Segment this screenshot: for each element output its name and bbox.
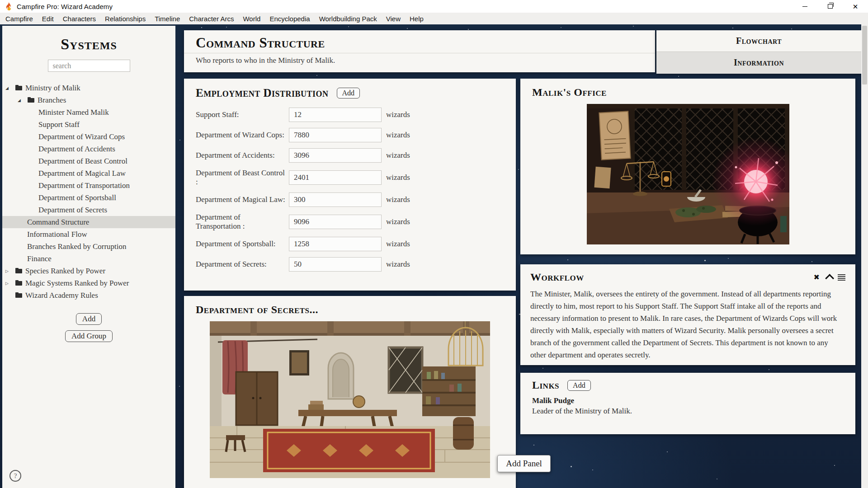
employment-unit-label: wizards — [386, 260, 410, 269]
menu-item[interactable]: Timeline — [150, 13, 184, 24]
tree-item[interactable]: ▷ Magic Systems Ranked by Power — [2, 277, 175, 289]
tree-item[interactable]: Minister Named Malik — [2, 106, 175, 118]
menu-item[interactable]: View — [382, 13, 405, 24]
panel-close-icon[interactable]: ✖ — [814, 274, 820, 281]
employment-unit-label: wizards — [386, 131, 410, 140]
employment-unit-label: wizards — [386, 173, 410, 182]
employment-unit-label: wizards — [386, 151, 410, 160]
employment-value-input[interactable] — [289, 148, 382, 163]
tree-item[interactable]: Department of Wizard Cops — [2, 131, 175, 143]
tree-item[interactable]: Informational Flow — [2, 228, 175, 240]
tree-expand-icon[interactable]: ◢ — [18, 98, 28, 103]
tree-item-label: Department of Accidents — [38, 145, 115, 154]
tree-item[interactable]: Department of Secrets — [2, 204, 175, 216]
links-items: Malik Pudge Leader of the Ministry of Ma… — [520, 395, 855, 417]
folder-icon — [15, 268, 24, 274]
employment-value-input[interactable] — [289, 215, 382, 229]
page-subtitle: Who reports to who in the Ministry of Ma… — [184, 53, 655, 68]
employment-row: Department of Transportation : wizards — [196, 213, 504, 231]
employment-row: Department of Beast Control : wizards — [196, 169, 504, 187]
add-button[interactable]: Add — [76, 313, 102, 325]
menu-item[interactable]: Relationships — [100, 13, 150, 24]
links-add-button[interactable]: Add — [567, 380, 591, 391]
tree-item-label: Command Structure — [26, 218, 89, 227]
tree-item[interactable]: Branches Ranked by Corruption — [2, 240, 175, 253]
employment-value-input[interactable] — [289, 128, 382, 142]
tree-item[interactable]: Department of Transportation — [2, 179, 175, 192]
tree-item[interactable]: Department of Sportsball — [2, 192, 175, 204]
search-input[interactable] — [48, 60, 130, 72]
link-name: Malik Pudge — [520, 395, 855, 405]
office-panel-title: Malik's Office — [532, 86, 607, 98]
maliks-office-panel: Malik's Office — [520, 79, 855, 254]
menu-item[interactable]: Campfire — [1, 13, 38, 24]
employment-value-input[interactable] — [289, 192, 382, 207]
employment-add-button[interactable]: Add — [337, 88, 360, 99]
close-icon: ✕ — [853, 3, 859, 10]
employment-value-input[interactable] — [289, 257, 382, 272]
tree-item[interactable]: Department of Accidents — [2, 143, 175, 155]
panel-collapse-icon[interactable] — [825, 274, 834, 283]
add-group-button[interactable]: Add Group — [65, 330, 113, 342]
main-scrollbar[interactable] — [861, 24, 868, 488]
tree-item[interactable]: Department of Beast Control — [2, 155, 175, 167]
tree-item[interactable]: Command Structure — [2, 216, 175, 228]
employment-unit-label: wizards — [386, 195, 410, 204]
tree-item-label: Department of Magical Law — [38, 169, 126, 178]
menu-item[interactable]: Encyclopedia — [265, 13, 314, 24]
tree-item[interactable]: ◢ Branches — [2, 94, 175, 106]
tree-item[interactable]: Wizard Academy Rules — [2, 289, 175, 301]
employment-unit-label: wizards — [386, 217, 410, 226]
window-controls: ✕ — [792, 0, 868, 13]
tree-item[interactable]: ◢ Ministry of Malik — [2, 82, 175, 94]
workflow-panel: Workflow ✖ The Minister, Malik, oversees… — [520, 264, 855, 365]
help-button[interactable]: ? — [9, 470, 21, 482]
tree-item[interactable]: ▷ Species Ranked by Power — [2, 265, 175, 277]
tree-item-label: Wizard Academy Rules — [24, 291, 98, 300]
maliks-office-image — [587, 104, 789, 244]
campfire-flame-icon — [5, 2, 12, 10]
menu-item[interactable]: Help — [405, 13, 428, 24]
employment-panel-title: Employment Distribution — [196, 87, 329, 99]
workflow-body-text: The Minister, Malik, oversees the entire… — [520, 287, 855, 368]
employment-row: Department of Sportsball: wizards — [196, 237, 504, 251]
title-bar: Campfire Pro: Wizard Academy ✕ — [0, 0, 868, 13]
folder-icon — [15, 85, 24, 91]
links-panel-title: Links — [532, 379, 559, 391]
menu-item[interactable]: Worldbuilding Pack — [315, 13, 382, 24]
add-panel-button[interactable]: Add Panel — [497, 455, 551, 472]
link-description: Leader of the Ministry of Malik. — [520, 405, 855, 417]
workflow-panel-title: Workflow — [530, 271, 584, 283]
close-button[interactable]: ✕ — [843, 0, 868, 13]
tree-item[interactable]: Finance — [2, 253, 175, 265]
tree-item-label: Minister Named Malik — [38, 108, 109, 117]
employment-value-input[interactable] — [289, 108, 382, 122]
tab-flowchart[interactable]: Flowchart — [656, 30, 861, 52]
maximize-button[interactable] — [817, 0, 843, 13]
restore-icon — [828, 4, 833, 9]
menu-item[interactable]: Edit — [38, 13, 58, 24]
employment-field-label: Department of Accidents: — [196, 151, 289, 160]
minimize-button[interactable] — [792, 0, 817, 13]
tree-item-label: Branches Ranked by Corruption — [26, 242, 127, 251]
menu-item[interactable]: Characters — [58, 13, 100, 24]
tree-item-label: Magic Systems Ranked by Power — [24, 279, 129, 288]
tree-expand-icon[interactable]: ▷ — [5, 281, 15, 286]
tree-item-label: Department of Beast Control — [38, 157, 127, 166]
tree-expand-icon[interactable]: ▷ — [5, 269, 15, 273]
panel-drag-handle-icon[interactable] — [838, 274, 845, 281]
systems-tree: ◢ Ministry of Malik ◢ Branches Minister … — [2, 82, 175, 301]
employment-row: Department of Accidents: wizards — [196, 148, 504, 163]
link-item[interactable]: Malik Pudge Leader of the Ministry of Ma… — [520, 395, 855, 417]
menu-item[interactable]: Character Arcs — [184, 13, 238, 24]
menu-item[interactable]: World — [238, 13, 265, 24]
tab-information[interactable]: Information — [656, 52, 861, 73]
employment-row: Support Staff: wizards — [196, 108, 504, 122]
employment-value-input[interactable] — [289, 237, 382, 251]
tree-item[interactable]: Support Staff — [2, 118, 175, 131]
employment-value-input[interactable] — [289, 170, 382, 185]
scrollbar-thumb[interactable] — [862, 26, 867, 84]
tree-item[interactable]: Department of Magical Law — [2, 167, 175, 179]
secrets-panel: Department of Secrets... — [184, 296, 516, 488]
tree-expand-icon[interactable]: ◢ — [5, 86, 15, 90]
